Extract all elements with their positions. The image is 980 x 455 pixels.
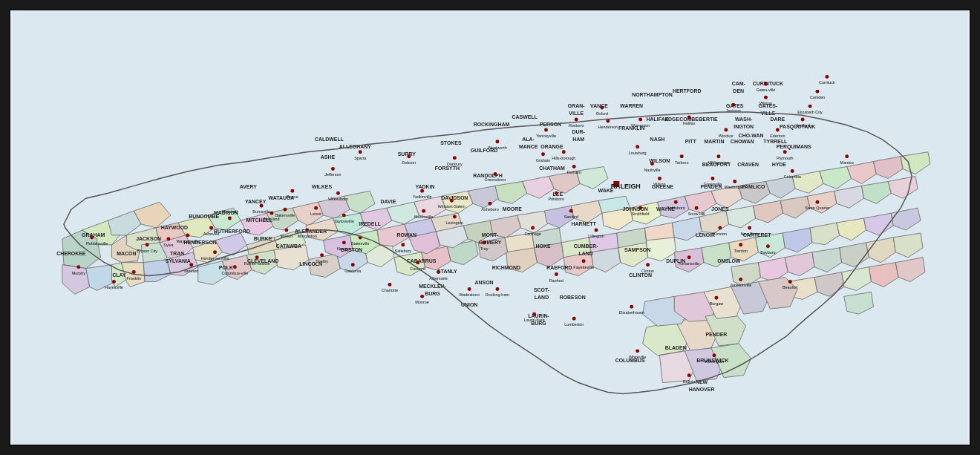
svg-point-340: [544, 128, 548, 131]
svg-point-344: [555, 192, 558, 195]
svg-point-254: [189, 263, 193, 266]
svg-point-312: [437, 270, 440, 274]
svg-point-322: [493, 172, 497, 176]
svg-point-348: [569, 209, 573, 213]
svg-point-402: [718, 226, 722, 230]
svg-point-338: [572, 317, 576, 321]
svg-point-334: [532, 312, 536, 316]
svg-point-374: [658, 177, 662, 180]
nc-map-container: CHEROKEE GRAHAM CLAY MACON JACKSON TRAN-…: [9, 9, 971, 446]
svg-point-308: [401, 243, 405, 246]
svg-point-242: [76, 265, 80, 269]
svg-point-412: [731, 103, 735, 107]
svg-point-310: [420, 295, 424, 298]
svg-point-394: [687, 116, 691, 120]
svg-point-260: [213, 250, 217, 254]
svg-point-258: [209, 226, 213, 230]
svg-point-282: [336, 192, 340, 195]
svg-point-432: [825, 75, 829, 79]
svg-point-314: [468, 287, 471, 291]
svg-point-350: [572, 165, 576, 168]
svg-point-246: [90, 235, 94, 239]
svg-point-422: [808, 105, 812, 108]
svg-point-244: [112, 280, 116, 284]
svg-point-302: [420, 189, 424, 193]
svg-point-330: [531, 226, 535, 230]
svg-point-376: [680, 154, 684, 158]
svg-point-372: [650, 162, 654, 166]
svg-point-288: [284, 228, 288, 232]
svg-point-250: [146, 243, 149, 246]
svg-point-276: [314, 206, 318, 210]
svg-point-410: [788, 280, 792, 284]
svg-point-342: [541, 152, 545, 156]
svg-point-300: [407, 154, 411, 158]
svg-point-266: [270, 212, 274, 215]
svg-point-362: [630, 305, 633, 309]
svg-point-272: [228, 217, 232, 220]
svg-point-324: [489, 202, 492, 206]
svg-point-438: [712, 353, 716, 357]
svg-point-294: [320, 253, 324, 257]
svg-point-406: [748, 226, 751, 230]
svg-point-278: [331, 167, 335, 171]
svg-point-306: [416, 261, 419, 264]
svg-text:RALEIGH: RALEIGH: [611, 183, 641, 190]
svg-point-420: [791, 169, 794, 173]
svg-point-274: [260, 204, 264, 208]
svg-point-328: [495, 140, 499, 143]
svg-point-434: [816, 200, 820, 204]
svg-point-298: [388, 283, 391, 287]
svg-point-384: [695, 206, 699, 210]
svg-point-398: [716, 154, 720, 158]
svg-point-336: [555, 272, 558, 276]
svg-point-418: [783, 150, 787, 154]
svg-point-382: [674, 200, 678, 204]
svg-point-270: [283, 208, 287, 212]
svg-point-264: [255, 255, 259, 259]
svg-point-388: [739, 278, 742, 281]
svg-point-326: [483, 240, 486, 244]
svg-point-346: [562, 150, 566, 154]
svg-point-404: [739, 243, 742, 246]
svg-point-284: [342, 214, 346, 217]
svg-point-416: [776, 128, 780, 131]
svg-point-364: [636, 349, 639, 353]
svg-point-424: [801, 118, 805, 122]
svg-point-378: [638, 206, 642, 210]
svg-point-390: [714, 296, 718, 300]
svg-point-360: [595, 228, 598, 232]
svg-point-356: [600, 106, 604, 110]
svg-point-352: [575, 118, 578, 122]
svg-point-408: [766, 244, 770, 248]
svg-point-428: [764, 82, 768, 86]
svg-point-280: [359, 150, 362, 154]
svg-point-332: [495, 287, 499, 291]
svg-point-400: [733, 180, 736, 183]
svg-point-316: [453, 156, 457, 160]
svg-point-252: [166, 237, 170, 240]
svg-point-320: [453, 215, 457, 219]
svg-point-436: [687, 373, 691, 377]
svg-point-396: [724, 128, 728, 131]
svg-point-358: [582, 259, 586, 263]
svg-point-386: [687, 255, 691, 259]
svg-point-256: [186, 233, 189, 237]
svg-point-268: [290, 189, 294, 193]
svg-point-430: [845, 154, 849, 158]
svg-point-370: [638, 118, 642, 122]
svg-point-262: [233, 265, 237, 269]
svg-point-304: [422, 209, 425, 213]
svg-point-426: [816, 90, 820, 94]
svg-point-290: [342, 240, 346, 244]
svg-point-368: [636, 145, 639, 148]
svg-point-392: [710, 177, 714, 180]
svg-point-296: [351, 263, 355, 266]
svg-point-414: [764, 96, 768, 99]
svg-point-380: [646, 263, 650, 266]
svg-point-318: [450, 199, 454, 203]
